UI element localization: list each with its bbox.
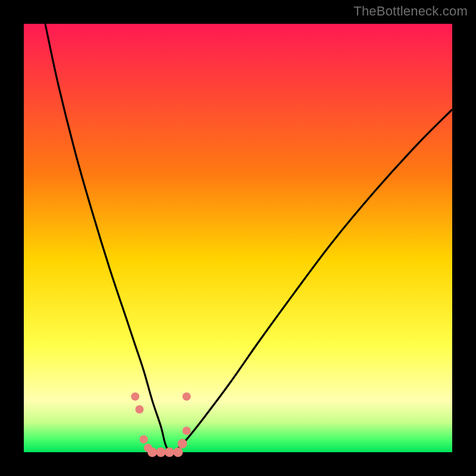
- marker-dot: [183, 427, 191, 435]
- marker-dot: [131, 392, 139, 400]
- marker-dot: [173, 447, 183, 457]
- curve-layer: [24, 24, 452, 452]
- marker-dot: [148, 447, 157, 457]
- bottleneck-curve: [45, 24, 452, 453]
- marker-dot: [177, 439, 187, 449]
- marker-dot: [140, 435, 148, 443]
- watermark-text: TheBottleneck.com: [353, 4, 468, 19]
- plot-area: [24, 24, 452, 452]
- marker-dot: [135, 405, 143, 414]
- marker-dot: [183, 392, 191, 400]
- marker-dot: [156, 447, 165, 457]
- marker-dot: [165, 447, 174, 457]
